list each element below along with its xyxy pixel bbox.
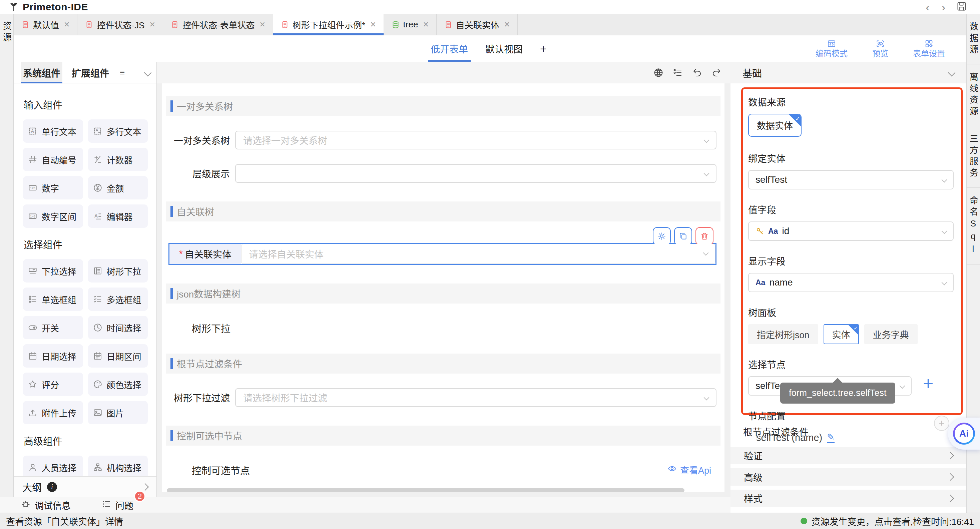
inspector-section-高级[interactable]: 高级 (730, 468, 966, 486)
palette-item-计数器[interactable]: 计数器 (88, 148, 148, 171)
history-back-icon[interactable]: ‹ (920, 0, 935, 14)
palette-item-日期选择[interactable]: 日期选择 (23, 344, 83, 368)
dock-item-命名Sql[interactable]: 命名Sql (967, 188, 980, 265)
tree-panel-option-指定树形json[interactable]: 指定树形json (748, 324, 818, 344)
inspector-section-验证[interactable]: 验证 (730, 447, 966, 464)
dock-item-资源[interactable]: 资源 (0, 14, 13, 53)
chevron-down-icon (948, 69, 956, 77)
data-entity-chip[interactable]: 数据实体 ✓ (748, 114, 802, 137)
view-header: 低开表单 默认视图 + 编码模式预览表单设置 (14, 35, 966, 62)
ai-add-icon[interactable]: + (934, 416, 949, 431)
status-right[interactable]: 资源发生变更，点击查看,检查时间:16:41 (800, 515, 974, 527)
outline-icon[interactable] (673, 67, 683, 78)
palette-item-多行文本[interactable]: A多行文本 (88, 119, 148, 143)
palette-item-人员选择[interactable]: 人员选择 (23, 456, 83, 476)
palette-item-自动编号[interactable]: 自动编号 (23, 148, 83, 171)
palette-item-金额[interactable]: 金额 (88, 176, 148, 199)
value-field-select[interactable]: Aa id (748, 221, 954, 241)
close-icon[interactable]: ✕ (64, 21, 70, 29)
palette-item-树形下拉[interactable]: 树形下拉 (88, 259, 148, 283)
section-accent-bar (170, 288, 173, 299)
palette-item-日期区间[interactable]: 日期区间 (88, 344, 148, 368)
close-icon[interactable]: ✕ (370, 21, 376, 29)
palette-item-多选框组[interactable]: 多选框组 (88, 288, 148, 311)
inspector-section-basic[interactable]: 基础 (730, 62, 966, 83)
copy-icon (678, 232, 688, 241)
palette-item-评分[interactable]: 评分 (23, 373, 83, 396)
tree-panel-option-业务字典[interactable]: 业务字典 (864, 324, 918, 344)
dock-item-三方服务[interactable]: 三方服务 (967, 126, 980, 188)
highlighted-config-group: 数据来源 数据实体 ✓ 绑定实体 selfTest 值字段 Aa id 显示字段… (741, 87, 963, 415)
field-select[interactable]: 请选择一对多关系树 (235, 131, 716, 149)
horizontal-scrollbar[interactable] (167, 488, 684, 492)
redo-icon[interactable] (711, 67, 722, 78)
form-row-层级展示: 层级展示 (169, 164, 716, 183)
editor-tab-控件状态-JS[interactable]: 控件状态-JS✕ (77, 14, 163, 35)
radio-group-icon (28, 294, 38, 304)
editor-tab-自关联实体[interactable]: 自关联实体✕ (437, 14, 518, 35)
field-settings-button[interactable] (653, 227, 671, 245)
debug-info-button[interactable]: 调试信息 (21, 499, 71, 512)
selected-field-自关联实体[interactable]: *自关联实体请选择自关联实体 (169, 243, 716, 265)
field-select[interactable]: 请选择树形下拉过滤 (235, 388, 716, 407)
history-forward-icon[interactable]: › (935, 0, 951, 14)
close-icon[interactable]: ✕ (259, 21, 266, 29)
palette-tab-系统组件[interactable]: 系统组件 (21, 62, 62, 83)
close-icon[interactable]: ✕ (423, 21, 429, 29)
undo-icon[interactable] (692, 67, 703, 78)
display-field-select[interactable]: Aa name (748, 273, 954, 292)
editor-tab-默认值[interactable]: 默认值✕ (14, 14, 77, 35)
palette-header: 系统组件扩展组件 ≡ (14, 62, 156, 83)
editor-tab-tree[interactable]: tree✕ (384, 14, 437, 35)
ai-assistant-button[interactable]: Ai (948, 418, 980, 450)
status-left-text[interactable]: 查看资源「自关联实体」详情 (6, 515, 123, 527)
palette-item-颜色选择[interactable]: 颜色选择 (88, 373, 148, 396)
view-actions: 编码模式预览表单设置 (816, 35, 945, 62)
palette-list-icon[interactable]: ≡ (120, 67, 125, 78)
tab-default-view[interactable]: 默认视图 (485, 35, 523, 62)
form-design-area[interactable]: 一对多关系树一对多关系树请选择一对多关系树层级展示自关联树*自关联实体请选择自关… (162, 83, 724, 492)
palette-item-数字[interactable]: 123数字 (23, 176, 83, 199)
add-view-button[interactable]: + (540, 42, 547, 56)
close-icon[interactable]: ✕ (504, 21, 510, 29)
field-copy-button[interactable] (674, 227, 692, 245)
palette-item-时间选择[interactable]: 时间选择 (88, 316, 148, 339)
inspector-section-样式[interactable]: 样式 (730, 490, 966, 507)
dock-item-数据源[interactable]: 数据源 (967, 14, 980, 64)
tab-label: 控件状态-表单状态 (183, 18, 255, 31)
form-text-控制可选节点[interactable]: 控制可选节点 (192, 463, 724, 477)
palette-item-图片[interactable]: 图片 (88, 401, 148, 424)
action-表单设置[interactable]: 表单设置 (913, 39, 945, 58)
add-node-button[interactable]: + (923, 374, 934, 392)
palette-item-编辑器[interactable]: A编辑器 (88, 205, 148, 228)
editor-tab-控件状态-表单状态[interactable]: 控件状态-表单状态✕ (163, 14, 273, 35)
action-编码模式[interactable]: 编码模式 (816, 39, 848, 58)
chevron-down-icon[interactable] (144, 69, 152, 76)
field-label: *自关联实体 (169, 244, 241, 264)
editor-tab-树形下拉组件示例*[interactable]: 树形下拉组件示例*✕ (273, 14, 384, 35)
db-icon (391, 21, 400, 29)
palette-item-开关[interactable]: 开关 (23, 316, 83, 339)
field-select[interactable]: 请选择自关联实体 (241, 244, 716, 264)
issues-button[interactable]: 问题 2 (102, 499, 134, 512)
close-icon[interactable]: ✕ (149, 21, 155, 29)
tree-panel-option-实体[interactable]: 实体✓ (824, 324, 859, 344)
view-api-link[interactable]: 查看Api (667, 463, 711, 476)
action-预览[interactable]: 预览 (872, 39, 888, 58)
field-delete-button[interactable] (695, 227, 713, 245)
tab-low-code-form[interactable]: 低开表单 (431, 35, 468, 62)
palette-item-单行文本[interactable]: A单行文本 (23, 119, 83, 143)
palette-item-单选框组[interactable]: 单选框组 (23, 288, 83, 311)
save-button[interactable] (956, 1, 967, 13)
globe-icon[interactable] (653, 67, 664, 78)
palette-item-下拉选择[interactable]: 下拉选择 (23, 259, 83, 283)
bind-entity-select[interactable]: selfTest (748, 170, 954, 189)
palette-item-机构选择[interactable]: 机构选择 (88, 456, 148, 476)
form-text-树形下拉[interactable]: 树形下拉 (192, 321, 724, 335)
palette-item-附件上传[interactable]: 附件上传 (23, 401, 83, 424)
field-select[interactable] (235, 164, 716, 183)
trash-icon (700, 232, 709, 241)
palette-item-数字区间[interactable]: 1~3数字区间 (23, 205, 83, 228)
palette-tab-扩展组件[interactable]: 扩展组件 (70, 62, 111, 83)
dock-item-离线资源[interactable]: 离线资源 (967, 64, 980, 126)
